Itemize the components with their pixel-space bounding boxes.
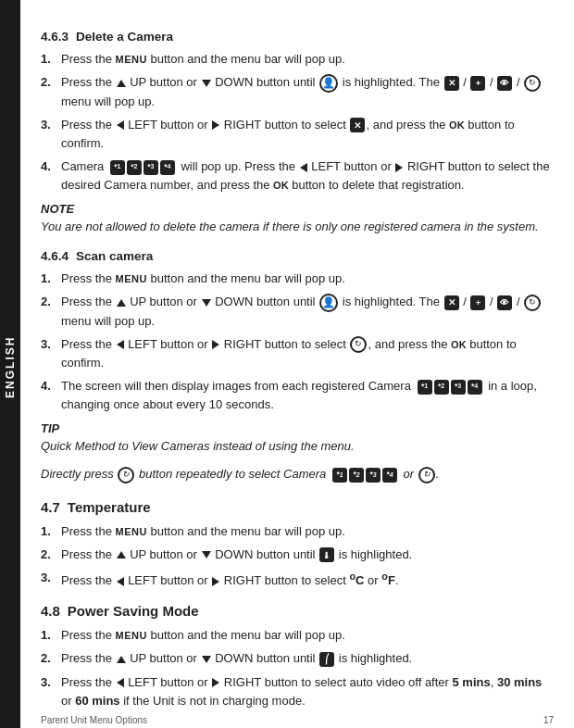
- step-item: 2. Press the UP button or DOWN button un…: [41, 293, 554, 331]
- step-num: 3.: [41, 116, 57, 134]
- step-content: Press the UP button or DOWN button until…: [61, 649, 554, 668]
- cam-badge-4: *4: [468, 380, 482, 395]
- cam-badge-2: *2: [349, 468, 364, 483]
- left-arrow-icon: [117, 678, 124, 687]
- section-464-num: 4.6.4: [41, 249, 69, 263]
- cam-badge-1: *1: [418, 380, 432, 395]
- time-30mins: 30 mins: [497, 675, 542, 689]
- section-47-steps: 1. Press the MENU button and the menu ba…: [41, 522, 554, 591]
- step-content: Camera *1 *2 *3 *4 will pop up. Press th…: [61, 157, 554, 195]
- scan-btn-icon: ↻: [118, 467, 134, 483]
- page-footer: Parent Unit Menu Options 17: [41, 715, 554, 725]
- step-num: 3.: [41, 335, 57, 354]
- tip-464-label: TIP: [41, 421, 554, 435]
- step-item: 3. Press the LEFT button or RIGHT button…: [41, 569, 554, 590]
- up-arrow-icon: [117, 80, 126, 87]
- step-content: Press the LEFT button or RIGHT button to…: [61, 335, 554, 372]
- section-463-num: 4.6.3: [41, 30, 69, 44]
- x-icon: ✕: [444, 76, 459, 91]
- step-item: 1. Press the MENU button and the menu ba…: [41, 50, 554, 69]
- menu-keyword: MENU: [116, 526, 147, 537]
- up-arrow-icon: [117, 656, 126, 663]
- time-60mins: 60 mins: [75, 694, 119, 708]
- plus-icon: +: [470, 295, 485, 310]
- step-content: Press the LEFT button or RIGHT button to…: [61, 569, 554, 590]
- step-num: 4.: [41, 157, 57, 176]
- step-content: Press the UP button or DOWN button until…: [61, 73, 554, 111]
- section-463-title: Delete a Camera: [76, 30, 173, 44]
- section-464-title: Scan camera: [76, 249, 153, 263]
- thermo-icon: 🌡: [319, 547, 334, 562]
- ok-keyword: OK: [273, 180, 289, 191]
- menu-keyword: MENU: [116, 54, 147, 65]
- step-content: Press the LEFT button or RIGHT button to…: [61, 116, 554, 153]
- down-arrow-icon: [202, 656, 211, 663]
- eye-icon: 👁: [497, 295, 512, 310]
- section-464-steps: 1. Press the MENU button and the menu ba…: [41, 270, 554, 414]
- left-arrow-icon: [117, 340, 124, 349]
- left-arrow-icon: [117, 120, 124, 130]
- person-icon: 👤: [319, 294, 338, 312]
- step-num: 2.: [41, 293, 57, 311]
- step-num: 2.: [41, 73, 57, 92]
- camera-badges: *1 *2 *3 *4: [417, 380, 483, 395]
- power-icon: ⎛: [319, 652, 334, 667]
- section-48-num: 4.8: [41, 603, 60, 619]
- cam-badge-1: *1: [110, 160, 125, 175]
- left-arrow-icon: [117, 577, 124, 586]
- right-arrow-icon: [395, 163, 403, 172]
- step-num: 3.: [41, 673, 57, 692]
- side-tab-english: ENGLISH: [0, 0, 20, 728]
- step-content: The screen will then display images from…: [61, 377, 554, 414]
- step-content: Press the MENU button and the menu bar w…: [61, 270, 554, 288]
- section-463-heading: 4.6.3 Delete a Camera: [41, 30, 554, 44]
- step-item: 1. Press the MENU button and the menu ba…: [41, 626, 554, 645]
- fahrenheit-symbol: oF: [381, 573, 395, 587]
- eye-icon: 👁: [497, 76, 512, 91]
- cam-badge-2: *2: [127, 160, 142, 175]
- note-463-text: You are not allowed to delete the camera…: [41, 218, 554, 236]
- step-item: 3. Press the LEFT button or RIGHT button…: [41, 335, 554, 372]
- step-item: 2. Press the UP button or DOWN button un…: [41, 649, 554, 668]
- scan-icon: ↻: [524, 295, 541, 311]
- step-num: 1.: [41, 50, 57, 69]
- person-icon: 👤: [319, 74, 338, 93]
- celsius-symbol: oC: [349, 573, 364, 587]
- step-item: 3. Press the LEFT button or RIGHT button…: [41, 673, 554, 710]
- step-item: 4. Camera *1 *2 *3 *4 will pop up. Press…: [41, 157, 554, 195]
- section-48-steps: 1. Press the MENU button and the menu ba…: [41, 626, 554, 710]
- cam-badge-4: *4: [160, 160, 175, 175]
- cam-badge-4: *4: [382, 468, 397, 483]
- plus-icon: +: [470, 76, 485, 91]
- x-select-icon: ✕: [350, 118, 365, 132]
- cam-badge-1: *1: [332, 468, 347, 483]
- section-48-title: Power Saving Mode: [68, 603, 199, 619]
- tip-464-text1: Quick Method to View Cameras instead of …: [41, 437, 554, 456]
- right-arrow-icon: [212, 678, 219, 687]
- step-content: Press the MENU button and the menu bar w…: [61, 626, 554, 645]
- up-arrow-icon: [117, 551, 126, 559]
- step-content: Press the MENU button and the menu bar w…: [61, 50, 554, 69]
- step-num: 3.: [41, 569, 57, 587]
- down-arrow-icon: [202, 80, 211, 87]
- ok-keyword: OK: [449, 119, 465, 131]
- section-47-heading: 4.7 Temperature: [41, 499, 554, 515]
- step-content: Press the UP button or DOWN button until…: [61, 293, 554, 331]
- scan-icon: ↻: [524, 75, 541, 92]
- down-arrow-icon: [202, 299, 211, 307]
- left-arrow-icon: [300, 163, 307, 172]
- step-content: Press the MENU button and the menu bar w…: [61, 522, 554, 541]
- side-tab-label: ENGLISH: [4, 336, 17, 398]
- section-463-steps: 1. Press the MENU button and the menu ba…: [41, 50, 554, 195]
- x-icon: ✕: [444, 295, 459, 310]
- cam-badge-3: *3: [144, 160, 158, 175]
- ok-keyword: OK: [451, 339, 467, 350]
- cam-badge-2: *2: [434, 380, 449, 395]
- scan-select-icon: ↻: [350, 336, 367, 353]
- step-content: Press the UP button or DOWN button until…: [61, 546, 554, 564]
- time-5mins: 5 mins: [453, 675, 491, 689]
- cam-badge-3: *3: [451, 380, 466, 395]
- step-num: 1.: [41, 626, 57, 645]
- section-47-num: 4.7: [41, 499, 60, 515]
- step-item: 1. Press the MENU button and the menu ba…: [41, 522, 554, 541]
